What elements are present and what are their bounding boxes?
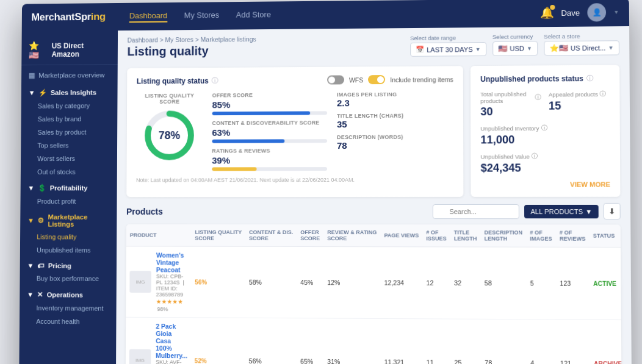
total-unpublished-label: Total unpublished products ⓘ xyxy=(480,91,541,105)
nav-add-store[interactable]: Add Store xyxy=(236,10,271,21)
content-score-value: 63% xyxy=(212,127,327,138)
view-more-button[interactable]: VIEW MORE xyxy=(481,180,610,188)
date-range-button[interactable]: 📅 LAST 30 DAYS ▼ xyxy=(410,42,486,57)
ratings-label: RATINGS & REVIEWS xyxy=(212,148,327,154)
table-row: IMG Women's Vintage Peacoat SKU: CPB-PL … xyxy=(126,246,622,320)
col-status: STATUS xyxy=(590,224,622,247)
value-amount: $24,345 xyxy=(481,162,610,175)
status-2: ARCHIVED xyxy=(594,360,622,364)
product-name-1[interactable]: Women's Vintage Peacoat xyxy=(156,251,188,273)
value-label: Unpublished Value ⓘ xyxy=(481,152,610,161)
toggle-group: WFS Include trending items xyxy=(327,74,453,84)
grid-icon: ▦ xyxy=(29,71,35,80)
unpublished-panel: Unpublished products status ⓘ Total unpu… xyxy=(471,65,621,197)
appealed-label: Appealed products ⓘ xyxy=(549,90,610,99)
store-button[interactable]: ⭐🇺🇸 US Direct... ▼ xyxy=(544,40,619,55)
desc-length-cell-2: 78 xyxy=(481,319,527,364)
col-product: PRODUCT xyxy=(126,224,192,246)
sidebar-item-sales-by-category[interactable]: Sales by category xyxy=(21,99,118,112)
value-info-icon[interactable]: ⓘ xyxy=(532,152,538,160)
inventory-info-icon[interactable]: ⓘ xyxy=(541,124,547,132)
nav-right: 🔔 Dave 👤 ▼ xyxy=(540,3,619,22)
sidebar-group-operations[interactable]: ▼ ✕ Operations xyxy=(20,286,117,301)
sidebar-item-marketplace-overview[interactable]: ▦ Marketplace overview xyxy=(21,67,118,84)
search-filter-row: 🔍 ALL PRODUCTS ▼ ⬇ xyxy=(433,203,621,219)
currency-button[interactable]: 🇺🇸 USD ▼ xyxy=(492,41,538,56)
settings-icon: ⚙ xyxy=(38,216,45,225)
sidebar-section-marketplace-listings: ▼ ⚙ Marketplace Listings Listing quality… xyxy=(20,209,117,257)
col-images: # OFIMAGES xyxy=(526,224,556,247)
filter-label: ALL PRODUCTS xyxy=(530,208,583,215)
sidebar-group-marketplace-listings[interactable]: ▼ ⚙ Marketplace Listings xyxy=(20,209,117,230)
title-length-value: 35 xyxy=(337,118,453,129)
products-title: Products xyxy=(126,207,163,216)
appealed-info-icon[interactable]: ⓘ xyxy=(600,90,606,98)
col-content-score: CONTENT & DIS.SCORE xyxy=(245,224,297,247)
sidebar-item-top-sellers[interactable]: Top sellers xyxy=(21,138,117,152)
sidebar: ⭐🇺🇸 US Direct Amazon ▦ Marketplace overv… xyxy=(19,30,118,364)
currency-value: USD xyxy=(510,45,524,52)
trending-label: Include trending items xyxy=(390,76,453,84)
page-views-cell-1: 12,234 xyxy=(380,247,422,319)
product-name-2[interactable]: 2 Pack Gioia Casa 100% Mulberry... xyxy=(156,323,187,359)
user-dropdown-icon[interactable]: ▼ xyxy=(613,9,619,15)
unpublished-info-icon[interactable]: ⓘ xyxy=(586,74,593,83)
content-score-bar xyxy=(212,139,327,143)
export-button[interactable]: ⬇ xyxy=(604,203,621,219)
col-issues: # OFISSUES xyxy=(422,224,450,247)
sidebar-group-sales-insights[interactable]: ▼ ⚡ Sales Insights xyxy=(21,84,118,99)
sidebar-item-sales-by-brand[interactable]: Sales by brand xyxy=(21,112,118,126)
notification-bell-icon[interactable]: 🔔 xyxy=(540,6,554,20)
date-dropdown-icon: ▼ xyxy=(475,46,481,52)
nav-dashboard[interactable]: Dashboard xyxy=(129,10,167,22)
listing-score-2: 52% xyxy=(195,357,207,364)
nav-my-stores[interactable]: My Stores xyxy=(184,10,220,22)
unpublished-inventory: Unpublished Inventory ⓘ 11,000 xyxy=(480,124,610,146)
donut-value: 78% xyxy=(159,129,181,142)
store-header[interactable]: ⭐🇺🇸 US Direct Amazon xyxy=(21,35,118,65)
listing-quality-info-icon[interactable]: ⓘ xyxy=(212,76,218,85)
table-body: IMG Women's Vintage Peacoat SKU: CPB-PL … xyxy=(125,246,621,364)
unpublished-title-row: Unpublished products status ⓘ xyxy=(480,74,610,84)
unpublished-top-row: Total unpublished products ⓘ 30 Appealed… xyxy=(480,90,610,118)
sidebar-item-account-health[interactable]: Account health xyxy=(20,315,117,329)
desc-value: 78 xyxy=(337,140,453,151)
col-offer-score: OFFERSCORE xyxy=(297,224,323,247)
sidebar-item-buy-box[interactable]: Buy box performance xyxy=(20,272,116,285)
listing-quality-title-row: Listing quality status ⓘ WFS Include tre… xyxy=(137,74,453,85)
wfs-label: WFS xyxy=(349,76,363,84)
listing-quality-panel-title: Listing quality status xyxy=(137,76,209,85)
product-cell-1: IMG Women's Vintage Peacoat SKU: CPB-PL … xyxy=(129,251,187,312)
total-info-icon[interactable]: ⓘ xyxy=(535,93,541,101)
content-header: Dashboard > My Stores > Marketplace list… xyxy=(118,26,630,62)
avatar[interactable]: 👤 xyxy=(587,3,606,21)
product-search-input[interactable] xyxy=(433,204,519,218)
sidebar-item-unpublished-items[interactable]: Unpublished items xyxy=(20,243,117,257)
products-header: Products 🔍 ALL PRODUCTS ▼ ⬇ xyxy=(126,203,621,219)
sidebar-item-sales-by-product[interactable]: Sales by product xyxy=(21,126,117,139)
offer-score-value: 85% xyxy=(212,99,328,110)
all-products-filter-button[interactable]: ALL PRODUCTS ▼ xyxy=(524,204,599,218)
sidebar-item-listing-quality[interactable]: Listing quality xyxy=(20,230,117,243)
sidebar-item-out-of-stocks[interactable]: Out of stocks xyxy=(21,165,117,179)
trending-toggle[interactable] xyxy=(368,75,385,84)
sidebar-group-pricing[interactable]: ▼ 🏷 Pricing xyxy=(20,258,117,272)
sidebar-item-product-profit[interactable]: Product profit xyxy=(20,194,117,208)
sidebar-item-worst-sellers[interactable]: Worst sellers xyxy=(21,152,117,165)
store-flag-icon: ⭐🇺🇸 xyxy=(29,41,48,60)
sidebar-section-sales: ▼ ⚡ Sales Insights Sales by category Sal… xyxy=(21,84,118,179)
store-dropdown-icon: ▼ xyxy=(608,45,614,51)
rating-score-cell-1: 12% xyxy=(323,247,380,319)
right-scores: IMAGES PER LISTING 2.3 TITLE LENGTH (CHA… xyxy=(337,91,453,171)
product-info-1: Women's Vintage Peacoat SKU: CPB-PL 1234… xyxy=(156,251,188,312)
col-reviews: # OFREVIEWS xyxy=(556,224,590,247)
donut-section: LISTING QUALITY SCORE 78% xyxy=(136,93,203,171)
wfs-toggle[interactable] xyxy=(327,75,344,84)
images-value: 2.3 xyxy=(337,97,453,108)
content-score-cell-2: 56% xyxy=(245,318,297,364)
images-cell-2: 4 xyxy=(527,319,557,364)
sidebar-group-profitability[interactable]: ▼ 💲 Profitability xyxy=(21,179,117,194)
sidebar-item-inventory-management[interactable]: Inventory management xyxy=(20,301,117,315)
offer-score-label: OFFER SCORE xyxy=(212,91,327,98)
date-range-control: Select date range 📅 LAST 30 DAYS ▼ xyxy=(410,34,486,57)
